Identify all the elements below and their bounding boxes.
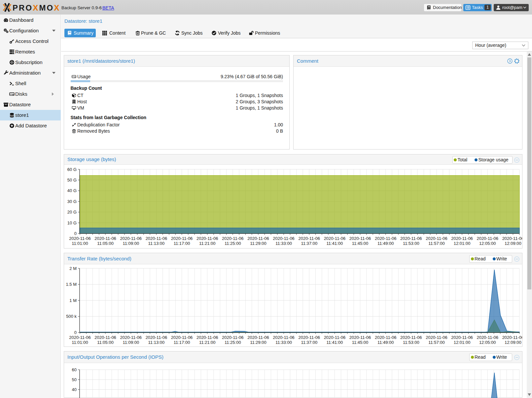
svg-text:2020-11-06: 2020-11-06 [426, 335, 447, 340]
svg-text:20 G: 20 G [67, 210, 77, 215]
svg-text:11:01:00: 11:01:00 [72, 340, 88, 345]
svg-text:2020-11-06: 2020-11-06 [375, 335, 397, 340]
svg-text:2020-11-06: 2020-11-06 [196, 335, 218, 340]
svg-text:2020-11-06: 2020-11-06 [299, 236, 320, 241]
svg-text:11:45:00: 11:45:00 [352, 241, 369, 246]
svg-text:11:53:00: 11:53:00 [403, 241, 419, 246]
svg-text:2020-11-06: 2020-11-06 [324, 236, 346, 241]
svg-text:2020-11-06: 2020-11-06 [400, 236, 422, 241]
svg-text:2020-11-06: 2020-11-06 [349, 335, 371, 340]
svg-text:11:09:00: 11:09:00 [123, 241, 139, 246]
svg-text:11:45:00: 11:45:00 [352, 340, 369, 345]
svg-text:11:29:00: 11:29:00 [250, 340, 266, 345]
svg-text:11:17:00: 11:17:00 [174, 241, 190, 246]
svg-text:12:05:00: 12:05:00 [479, 241, 496, 246]
svg-text:40: 40 [72, 387, 77, 392]
svg-text:2020-11-06: 2020-11-06 [477, 236, 498, 241]
svg-text:2020-11-06: 2020-11-06 [451, 335, 473, 340]
svg-text:0: 0 [74, 231, 77, 236]
svg-text:2020-11-06: 2020-11-06 [502, 335, 522, 340]
svg-text:2020-11-06: 2020-11-06 [451, 236, 473, 241]
svg-text:11:09:00: 11:09:00 [123, 340, 139, 345]
svg-text:2020-11-06: 2020-11-06 [69, 236, 91, 241]
svg-text:2020-11-06: 2020-11-06 [171, 335, 193, 340]
svg-text:2020-11-06: 2020-11-06 [324, 335, 346, 340]
svg-text:11:37:00: 11:37:00 [301, 340, 317, 345]
svg-text:2020-11-06: 2020-11-06 [120, 335, 142, 340]
svg-text:0: 0 [74, 330, 77, 335]
svg-text:2020-11-06: 2020-11-06 [146, 335, 167, 340]
svg-text:11:13:00: 11:13:00 [148, 241, 165, 246]
svg-text:2020-11-06: 2020-11-06 [299, 335, 320, 340]
svg-text:11:25:00: 11:25:00 [225, 340, 241, 345]
svg-text:2020-11-06: 2020-11-06 [146, 236, 167, 241]
svg-text:2020-11-06: 2020-11-06 [120, 236, 142, 241]
svg-text:11:33:00: 11:33:00 [275, 340, 292, 345]
svg-text:2020-11-06: 2020-11-06 [349, 236, 371, 241]
svg-text:60 G: 60 G [67, 167, 77, 172]
svg-text:2 M: 2 M [69, 266, 77, 271]
svg-text:2020-11-06: 2020-11-06 [247, 335, 269, 340]
svg-text:11:21:00: 11:21:00 [199, 241, 216, 246]
svg-text:2020-11-06: 2020-11-06 [375, 236, 397, 241]
svg-text:2020-11-06: 2020-11-06 [477, 335, 498, 340]
svg-text:12:09:00: 12:09:00 [505, 241, 521, 246]
svg-text:2020-11-06: 2020-11-06 [94, 236, 116, 241]
svg-text:2020-11-06: 2020-11-06 [247, 236, 269, 241]
svg-text:2020-11-06: 2020-11-06 [400, 335, 422, 340]
svg-text:11:25:00: 11:25:00 [225, 241, 241, 246]
svg-text:11:57:00: 11:57:00 [428, 241, 445, 246]
svg-text:2020-11-06: 2020-11-06 [222, 236, 244, 241]
svg-text:11:57:00: 11:57:00 [428, 340, 445, 345]
svg-text:2020-11-06: 2020-11-06 [196, 236, 218, 241]
svg-text:12:09:00: 12:09:00 [505, 340, 521, 345]
svg-text:10 G: 10 G [67, 220, 77, 225]
svg-text:30 G: 30 G [67, 199, 77, 204]
svg-text:2020-11-06: 2020-11-06 [171, 236, 193, 241]
svg-text:40 G: 40 G [67, 188, 77, 193]
svg-text:11:29:00: 11:29:00 [250, 241, 266, 246]
svg-text:2020-11-06: 2020-11-06 [69, 335, 91, 340]
svg-text:11:17:00: 11:17:00 [174, 340, 190, 345]
svg-text:11:21:00: 11:21:00 [199, 340, 216, 345]
svg-text:2020-11-06: 2020-11-06 [222, 335, 244, 340]
svg-text:11:49:00: 11:49:00 [377, 241, 394, 246]
svg-text:1.5 M: 1.5 M [66, 282, 77, 287]
svg-text:11:37:00: 11:37:00 [301, 241, 317, 246]
svg-text:2020-11-06: 2020-11-06 [273, 335, 295, 340]
svg-text:11:49:00: 11:49:00 [377, 340, 394, 345]
svg-text:12:01:00: 12:01:00 [454, 241, 471, 246]
svg-text:11:01:00: 11:01:00 [72, 241, 88, 246]
svg-text:11:13:00: 11:13:00 [148, 340, 165, 345]
svg-text:11:41:00: 11:41:00 [327, 340, 343, 345]
svg-text:60: 60 [72, 367, 77, 372]
svg-text:500 k: 500 k [66, 314, 77, 319]
svg-text:2020-11-06: 2020-11-06 [273, 236, 295, 241]
svg-text:12:05:00: 12:05:00 [479, 340, 496, 345]
svg-text:11:05:00: 11:05:00 [97, 340, 114, 345]
svg-text:11:41:00: 11:41:00 [327, 241, 343, 246]
svg-text:12:01:00: 12:01:00 [454, 340, 471, 345]
svg-text:50: 50 [72, 377, 77, 382]
svg-text:50 G: 50 G [67, 178, 77, 182]
svg-text:1 M: 1 M [69, 298, 77, 303]
svg-text:2020-11-06: 2020-11-06 [94, 335, 116, 340]
svg-text:2020-11-06: 2020-11-06 [426, 236, 447, 241]
svg-text:11:33:00: 11:33:00 [275, 241, 292, 246]
svg-text:11:05:00: 11:05:00 [97, 241, 114, 246]
svg-text:2020-11-06: 2020-11-06 [502, 236, 522, 241]
svg-text:11:53:00: 11:53:00 [403, 340, 419, 345]
